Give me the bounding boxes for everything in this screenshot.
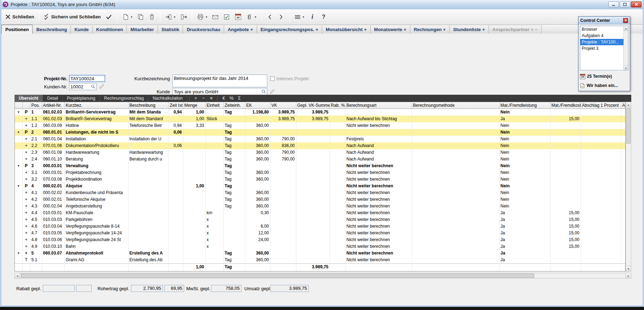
subtab-projektplanung[interactable]: Projektplanung <box>63 95 100 102</box>
new-record-button[interactable]: ▾ <box>121 11 135 23</box>
grid-row-3[interactable]: ▾P3000.03.01VerwaltungTagNicht weiter be… <box>15 163 626 169</box>
control-center-item-projekte-tay100[interactable]: Projekte : TAY100... <box>580 39 628 45</box>
scroll-down-icon[interactable]: ▼ <box>626 266 631 271</box>
column-header-berechnungsmethode[interactable]: Berechnungsmethode <box>412 102 499 109</box>
grid-row-2.3[interactable]: +2.3060.01.08HardwarewartungHardwarewart… <box>15 149 626 156</box>
grid-row-4.3[interactable]: +4.3000.02.04AngebotserstellungTag360,00… <box>15 203 626 210</box>
expand-icon[interactable]: ▾ <box>15 129 22 136</box>
subtab-detail[interactable]: Detail <box>43 95 63 102</box>
kurzbezeichnung-field[interactable]: Betreuungsprojekt für das Jahr 2014 <box>172 75 267 87</box>
percent-icon[interactable]: % <box>228 95 235 102</box>
tab-kunde[interactable]: Kunde <box>71 25 92 34</box>
kunden-nr-input[interactable] <box>69 84 91 89</box>
import-button[interactable]: ▾ <box>164 11 177 23</box>
horizontal-scrollbar[interactable]: ◄ ► <box>15 273 631 279</box>
control-center-titlebar[interactable]: Control Center <box>579 17 630 24</box>
grid-row-1[interactable]: ▾P1061.02.03Brilliant®-ServicevertragMit… <box>15 109 626 116</box>
column-header-zeit-ist[interactable]: Zeit Ist <box>169 102 183 109</box>
expand-icon[interactable]: ▾ <box>15 250 22 257</box>
titlebar[interactable]: Projekte : TAY100024, Toys are yours Gmb… <box>0 0 644 9</box>
column-header-artikel-nr[interactable]: Artikel-Nr. <box>42 102 64 109</box>
column-header-mat-fremdleistung[interactable]: Mat./Fremdleistung <box>499 102 550 109</box>
column-header-kurzbez[interactable]: Kurzbez. <box>64 102 128 109</box>
column-header-pos[interactable]: Pos. <box>30 102 42 109</box>
expand-icon[interactable]: ▾ <box>15 109 22 116</box>
tab-monatsübersicht[interactable]: Monatsübersicht+ <box>322 25 371 34</box>
projekt-nr-field[interactable] <box>69 75 105 82</box>
scroll-up-icon[interactable]: ▲ <box>624 26 628 31</box>
search-icon[interactable] <box>91 84 96 89</box>
scroll-down-icon[interactable]: ▼ <box>624 65 628 70</box>
tab-konditionen[interactable]: Konditionen <box>93 25 127 34</box>
tab-remove-icon[interactable]: − <box>535 27 538 32</box>
subtab-nachkalkulation[interactable]: Nachkalkulation <box>148 95 187 102</box>
export-button[interactable] <box>179 11 189 23</box>
edit-kunde-record-button[interactable] <box>269 88 275 95</box>
rabatt-percent-field[interactable] <box>76 285 92 292</box>
minimize-button[interactable] <box>608 1 619 7</box>
rohertrag-value-field[interactable]: 2.790,95 <box>131 285 163 292</box>
help-button[interactable]: ? <box>319 11 329 23</box>
control-center-item-aufgaben-4[interactable]: Aufgaben 4 <box>580 33 628 39</box>
tab-add-icon[interactable]: + <box>250 27 253 32</box>
tab-druckvorschau[interactable]: Druckvorschau <box>183 25 224 34</box>
grid-row-5[interactable]: ▾+5060.03.07AbnahmeprotokollErstellung d… <box>15 250 626 257</box>
email-button[interactable] <box>210 11 220 23</box>
tab-monatswerte[interactable]: Monatswerte+ <box>371 25 410 34</box>
tab-add-icon[interactable]: + <box>531 27 534 32</box>
print-button[interactable]: ▾ <box>195 11 209 23</box>
column-header-rab[interactable]: Rab. % <box>330 102 345 109</box>
kurzbezeichnung-text[interactable]: Betreuungsprojekt für das Jahr 2014 <box>173 75 249 82</box>
column-header-1[interactable] <box>22 102 30 109</box>
grid-row-2[interactable]: ▾P2060.01.01Leistungen, die nicht im S0,… <box>15 129 626 136</box>
grid-row-4.5[interactable]: +4.5010.03.03ParkgebührenxNicht weiter b… <box>15 216 626 223</box>
kunde-field[interactable] <box>172 88 267 95</box>
grid-row-4.4[interactable]: +4.4010.03.01KM-Pauschalekm0,30Nicht wei… <box>15 210 626 216</box>
add-position-icon[interactable]: + <box>192 95 200 102</box>
calendar-button[interactable]: 20 <box>233 11 243 23</box>
remove-position-icon[interactable]: − <box>200 95 207 102</box>
expand-icon[interactable]: ▾ <box>15 163 22 169</box>
notification-item[interactable]: Wir haben ein... <box>580 82 628 89</box>
maximize-button[interactable] <box>620 1 630 7</box>
confirm-button[interactable] <box>104 11 114 23</box>
tab-mitarbeiter[interactable]: Mitarbeiter <box>127 25 158 34</box>
vertical-scroll-thumb[interactable] <box>626 108 631 144</box>
expand-icon[interactable]: ▾ <box>15 183 22 189</box>
tab-add-icon[interactable]: + <box>404 27 406 32</box>
tab-positionen[interactable]: Positionen <box>1 25 33 34</box>
tab-add-icon[interactable]: + <box>364 27 367 32</box>
grid-row-4.9[interactable]: +4.9010.03.10BahnxNicht weiter berechnen… <box>15 243 626 250</box>
sum-icon[interactable]: Σ <box>235 95 243 102</box>
projekt-nr-input[interactable] <box>69 76 105 81</box>
rohertrag-percent-field[interactable]: 69,95 <box>164 285 184 292</box>
previous-record-button[interactable] <box>265 11 275 23</box>
control-center-close-button[interactable] <box>623 18 628 23</box>
column-header-mat-fremdkosten[interactable]: Mat./Fremdkosten <box>550 102 581 109</box>
grid-row-5.1[interactable]: T5.1Grami AGErstellung des AbTag360,00Ni… <box>15 257 626 264</box>
grid-row-1.2[interactable]: +1.2060.03.09HotlineTelefonische Betr0,9… <box>15 122 626 129</box>
column-header-gepl-vk-summe[interactable]: Gepl. VK-Summe <box>296 102 330 109</box>
column-header-einheit[interactable]: Einheit <box>205 102 223 109</box>
delete-record-button[interactable] <box>147 11 157 23</box>
grid-row-2.1[interactable]: +2.1060.01.04InstallationInstallation de… <box>15 136 626 142</box>
tab-add-icon[interactable]: + <box>443 27 446 32</box>
column-header-beschreibung[interactable]: Beschreibung <box>128 102 169 109</box>
grid-row-4.6[interactable]: +4.6010.03.04Verpflegungspauschale 8-14x… <box>15 223 626 230</box>
termine-item[interactable]: 20 25 Termin(e) <box>580 72 628 80</box>
column-header-a[interactable]: A <box>621 102 626 109</box>
grid-row-4[interactable]: ▾P4000.02.01Akquise1,00TagNicht weiter b… <box>15 183 626 189</box>
subtab-übersicht[interactable]: Übersicht <box>15 95 43 102</box>
tasks-button[interactable] <box>222 11 232 23</box>
grid-row-4.7[interactable]: +4.7010.03.05Verpflegungspauschale 14-24… <box>15 230 626 236</box>
column-header-0[interactable] <box>15 102 22 109</box>
column-header-berechnungsart[interactable]: Berechnungsart <box>345 102 412 109</box>
column-header-abschlag-1-prozent[interactable]: Abschlag 1 Prozent <box>581 102 621 109</box>
grid-row-3.1[interactable]: +3.1000.03.01ProjektabrechnungTag360,00N… <box>15 169 626 176</box>
tab-ansprechpartner[interactable]: Ansprechpartner+− <box>489 25 542 34</box>
vertical-scrollbar[interactable]: ▲ ▼ <box>626 102 631 271</box>
euro-icon[interactable]: € <box>220 95 228 102</box>
grid-row-4.1[interactable]: +4.1000.02.02Kundenbesuche und PräsentaT… <box>15 189 626 196</box>
tab-add-icon[interactable]: + <box>315 27 318 32</box>
save-and-close-button[interactable]: Sichern und Schließen <box>42 11 102 23</box>
